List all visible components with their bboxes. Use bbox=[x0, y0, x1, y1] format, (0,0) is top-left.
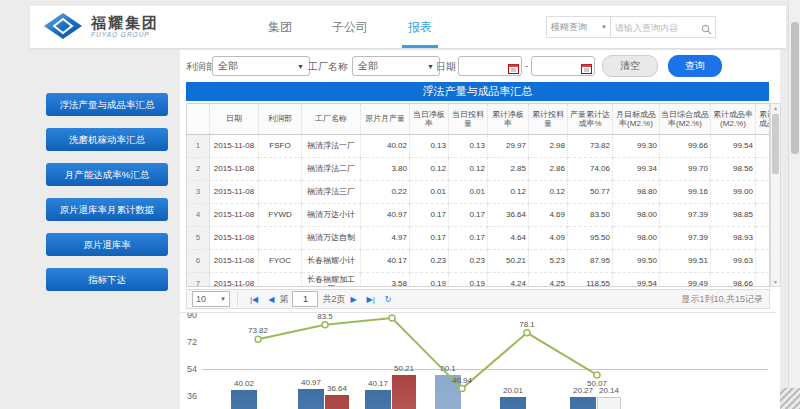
search-input[interactable] bbox=[611, 19, 701, 37]
column-header-13: 累计成品率(M2.%) bbox=[711, 104, 756, 135]
table-cell: 0.12 bbox=[488, 181, 529, 204]
table-cell: 0.19 bbox=[410, 273, 449, 288]
sidebar-item-4[interactable]: 原片退库率月累计数据 bbox=[46, 198, 168, 221]
nav-item-2[interactable]: 子公司 bbox=[332, 6, 368, 48]
first-page-button[interactable]: |◀ bbox=[250, 295, 258, 304]
sidebar-item-1[interactable]: 浮法产量与成品率汇总 bbox=[46, 93, 168, 116]
table-row[interactable]: 52015-11-08福清万达自制4.970.170.174.644.0995.… bbox=[187, 227, 770, 250]
table-cell: 2015-11-08 bbox=[210, 135, 259, 158]
table-cell: 74.06 bbox=[568, 158, 613, 181]
table-cell: 6 bbox=[187, 250, 210, 273]
next-page-button[interactable]: ▶ bbox=[350, 295, 356, 304]
table-cell: 2015-11-08 bbox=[210, 158, 259, 181]
sidebar-item-2[interactable]: 洗磨机稼动率汇总 bbox=[46, 128, 168, 151]
page-scrollbar-thumb[interactable] bbox=[791, 22, 799, 154]
table-cell: 40.02 bbox=[361, 135, 410, 158]
page-size-select[interactable]: 10 ▼ bbox=[192, 291, 230, 307]
company-logo: 福耀集团 FUYAO GROUP bbox=[42, 11, 159, 41]
table-row[interactable]: 42015-11-08FYWD福清万达小计40.970.170.1736.644… bbox=[187, 204, 770, 227]
query-button[interactable]: 查询 bbox=[668, 55, 722, 77]
page-number-input[interactable] bbox=[292, 291, 318, 307]
table-cell: 0.17 bbox=[449, 204, 488, 227]
column-header-9: 累计投料量 bbox=[529, 104, 568, 135]
nav-item-3[interactable]: 报表 bbox=[408, 6, 432, 48]
column-header-6: 当日净板率 bbox=[410, 104, 449, 135]
calendar-icon[interactable] bbox=[581, 60, 592, 78]
table-cell: 87.95 bbox=[568, 250, 613, 273]
table-cell: 40.17 bbox=[361, 250, 410, 273]
production-chart: 9072543640.0240.9736.6440.1750.2150.120.… bbox=[180, 312, 776, 409]
table-cell: 36.64 bbox=[488, 204, 529, 227]
table-row[interactable]: 32015-11-08福清浮法三厂0.220.010.010.120.1250.… bbox=[187, 181, 770, 204]
table-cell: 0.23 bbox=[756, 181, 771, 204]
pagination-summary: 显示1到10,共15记录 bbox=[681, 293, 763, 306]
column-header-3: 利润部 bbox=[259, 104, 302, 135]
table-cell: 0.13 bbox=[449, 135, 488, 158]
refresh-icon[interactable]: ↻ bbox=[385, 295, 392, 304]
table-cell: 0.17 bbox=[410, 227, 449, 250]
table-cell: 福清万达自制 bbox=[302, 227, 361, 250]
table-cell: 95.50 bbox=[568, 227, 613, 250]
page-size-value: 10 bbox=[196, 294, 206, 304]
prev-page-button[interactable]: ◀ bbox=[268, 295, 274, 304]
table-cell: 2.85 bbox=[488, 158, 529, 181]
table-cell: 福清万达小计 bbox=[302, 204, 361, 227]
nav-item-1[interactable]: 集团 bbox=[268, 6, 292, 48]
table-cell: 0.01 bbox=[410, 181, 449, 204]
table-cell: 长春福耀加工厂 bbox=[302, 273, 361, 288]
table-scrollbar-thumb[interactable] bbox=[772, 114, 779, 174]
table-cell: 99.63 bbox=[711, 250, 756, 273]
table-cell: 0.13 bbox=[756, 250, 771, 273]
table-cell: 0.12 bbox=[756, 273, 771, 288]
date-to-input[interactable] bbox=[531, 56, 595, 76]
table-cell: 1 bbox=[187, 135, 210, 158]
sidebar-item-3[interactable]: 月产能达成率%汇总 bbox=[46, 163, 168, 186]
table-cell: 2.86 bbox=[529, 158, 568, 181]
resize-corner bbox=[780, 388, 800, 409]
table-row[interactable]: 12015-11-08FSFO福清浮法一厂40.020.130.1329.972… bbox=[187, 135, 770, 158]
table-cell bbox=[259, 181, 302, 204]
table-cell: 2015-11-08 bbox=[210, 181, 259, 204]
sidebar-item-5[interactable]: 原片退库率 bbox=[46, 233, 168, 256]
app-header: 福耀集团 FUYAO GROUP 集团子公司报表 模糊查询 ▼ bbox=[30, 6, 786, 48]
table-cell: 99.54 bbox=[613, 273, 660, 288]
table-cell: 0.19 bbox=[449, 273, 488, 288]
table-cell: 0.04 bbox=[756, 135, 771, 158]
table-cell: 118.55 bbox=[568, 273, 613, 288]
table-row[interactable]: 72015-11-08长春福耀加工厂3.580.190.194.244.2511… bbox=[187, 273, 770, 288]
scroll-up-icon[interactable]: ▲ bbox=[771, 105, 780, 111]
table-scrollbar[interactable]: ▲ ▼ bbox=[770, 103, 781, 287]
column-header-7: 当日投料量 bbox=[449, 104, 488, 135]
table-cell: 4.09 bbox=[529, 227, 568, 250]
table-cell: 福清浮法一厂 bbox=[302, 135, 361, 158]
table-cell: 50.21 bbox=[488, 250, 529, 273]
line-value-label: 73.82 bbox=[238, 326, 278, 335]
sidebar-item-6[interactable]: 指标下达 bbox=[46, 268, 168, 291]
report-title-bar: 浮法产量与成品率汇总 bbox=[186, 82, 769, 101]
last-page-button[interactable]: ▶| bbox=[367, 295, 375, 304]
table-cell: 0.12 bbox=[449, 158, 488, 181]
profit-filter-select[interactable]: 全部▼ bbox=[212, 56, 310, 76]
date-from-input[interactable] bbox=[458, 56, 522, 76]
line-value-label: 40.94 bbox=[442, 376, 482, 385]
column-header-12: 当日综合成品率(M2.%) bbox=[660, 104, 711, 135]
date-filter-label: 日期 bbox=[436, 60, 456, 74]
table-cell: 4 bbox=[187, 204, 210, 227]
table-row[interactable]: 22015-11-08福清浮法二厂3.800.120.122.852.8674.… bbox=[187, 158, 770, 181]
scroll-down-icon[interactable]: ▼ bbox=[771, 279, 780, 285]
chevron-down-icon: ▼ bbox=[601, 24, 607, 30]
page-total: 共2页 bbox=[322, 293, 345, 306]
clear-button[interactable]: 清空 bbox=[602, 55, 658, 77]
page-scrollbar[interactable] bbox=[788, 0, 800, 409]
search-icon[interactable] bbox=[701, 21, 712, 39]
factory-filter-select[interactable]: 全部▼ bbox=[352, 56, 440, 76]
table-cell: 99.34 bbox=[613, 158, 660, 181]
pagination-bar: 10 ▼ |◀ ◀ 第 共2页 ▶ ▶| ↻ 显示1到10,共15记录 bbox=[186, 289, 770, 309]
table-row[interactable]: 62015-11-08FYOC长春福耀小计40.170.230.2350.215… bbox=[187, 250, 770, 273]
calendar-icon[interactable] bbox=[508, 60, 519, 78]
line-point bbox=[459, 386, 465, 392]
table-cell: 0.23 bbox=[449, 250, 488, 273]
date-range-dash: - bbox=[525, 60, 528, 71]
search-mode-select[interactable]: 模糊查询 ▼ bbox=[546, 16, 612, 38]
table-cell: 3 bbox=[187, 181, 210, 204]
